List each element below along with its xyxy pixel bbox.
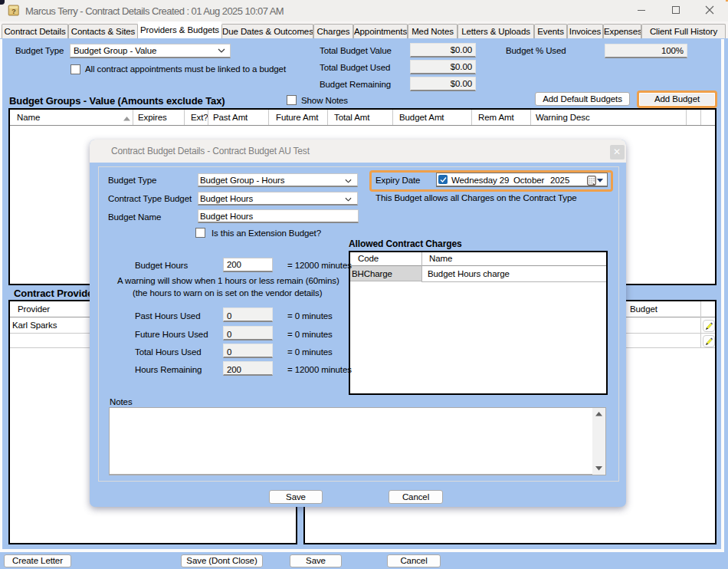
svg-text:?: ? [11,7,16,15]
